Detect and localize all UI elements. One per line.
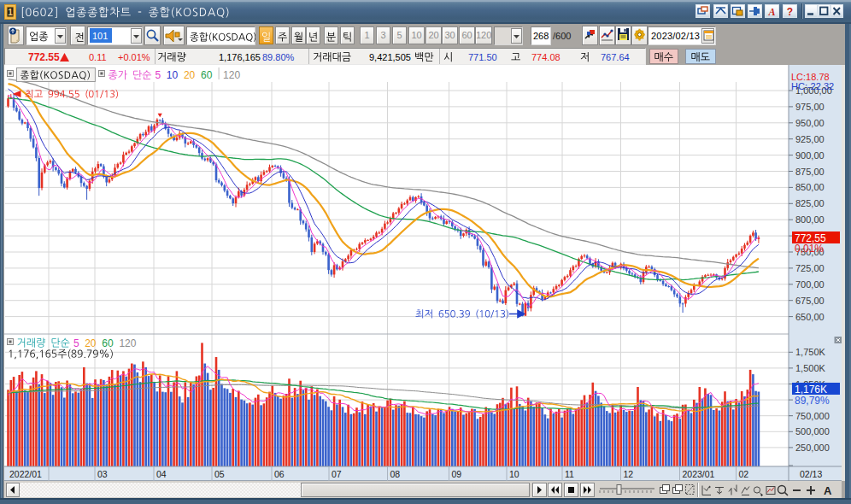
svg-text:02/13: 02/13 xyxy=(800,469,822,479)
svg-text:875,00: 875,00 xyxy=(795,167,825,177)
svg-text:20: 20 xyxy=(184,69,196,81)
svg-text:2023/01: 2023/01 xyxy=(683,469,715,479)
svg-text:11: 11 xyxy=(565,469,574,479)
svg-text:04: 04 xyxy=(156,469,167,479)
svg-text:03: 03 xyxy=(97,469,108,479)
svg-text:89,79%: 89,79% xyxy=(795,395,830,407)
svg-text:08: 08 xyxy=(390,469,401,479)
svg-text:10: 10 xyxy=(509,469,519,479)
svg-text:5: 5 xyxy=(156,69,161,81)
svg-text:500,000: 500,000 xyxy=(795,426,830,437)
svg-text:725,00: 725,00 xyxy=(795,263,825,273)
svg-text:120: 120 xyxy=(119,337,136,349)
svg-text:675,00: 675,00 xyxy=(795,296,825,306)
svg-text:850,00: 850,00 xyxy=(795,182,825,192)
svg-text:1,176K: 1,176K xyxy=(795,384,827,396)
svg-text:HC:-22.32: HC:-22.32 xyxy=(791,81,834,91)
svg-text:1,500K: 1,500K xyxy=(795,363,826,373)
svg-text:12: 12 xyxy=(624,469,634,479)
svg-text:06: 06 xyxy=(274,469,285,479)
svg-text:800,00: 800,00 xyxy=(795,214,825,225)
svg-text:?: ? xyxy=(787,6,793,18)
svg-text:05: 05 xyxy=(214,469,225,479)
svg-text:09: 09 xyxy=(452,469,462,479)
svg-text:950,00: 950,00 xyxy=(795,118,825,128)
svg-text:A: A xyxy=(824,484,832,497)
svg-text:2022/01: 2022/01 xyxy=(9,469,42,479)
svg-text:900,00: 900,00 xyxy=(795,150,825,161)
svg-text:02: 02 xyxy=(739,469,749,479)
svg-text:10: 10 xyxy=(167,69,179,81)
svg-text:60: 60 xyxy=(102,337,114,349)
svg-text:0,01%: 0,01% xyxy=(795,243,824,255)
svg-text:650,00: 650,00 xyxy=(795,312,825,322)
svg-text:120: 120 xyxy=(223,69,240,81)
svg-text:250,000: 250,000 xyxy=(795,442,830,453)
svg-text:975,00: 975,00 xyxy=(795,102,825,112)
svg-text:5: 5 xyxy=(73,337,79,349)
svg-text:925,00: 925,00 xyxy=(795,134,825,144)
svg-text:A: A xyxy=(767,6,775,18)
svg-text:20: 20 xyxy=(85,337,97,349)
svg-text:700,00: 700,00 xyxy=(795,279,825,290)
svg-text:07: 07 xyxy=(332,469,342,479)
svg-text:60: 60 xyxy=(201,69,213,81)
svg-text:1,750K: 1,750K xyxy=(795,347,826,357)
svg-text:825,00: 825,00 xyxy=(795,198,825,208)
svg-text:750,000: 750,000 xyxy=(795,411,830,421)
